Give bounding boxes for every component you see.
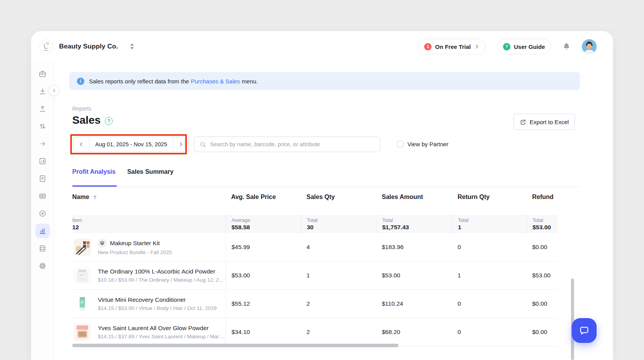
breadcrumb: Reports	[72, 106, 91, 112]
app-window: beauty Beauty Supply Co. 1 On Free Trial…	[31, 31, 613, 360]
product-thumbnail-makeup-kit	[74, 239, 91, 256]
sidebar-item-orders[interactable]	[35, 66, 50, 81]
chevron-left-icon	[78, 142, 84, 147]
product-subtitle: $14.15 / $53.00 / Virtue / Body / Hair /…	[98, 305, 217, 311]
info-banner: i Sales reports only reflect data from t…	[69, 72, 580, 90]
sales-qty-value: 1	[301, 272, 376, 279]
user-guide-label: User Guide	[514, 43, 545, 50]
product-name: The Ordinary 100% L-Ascorbic Acid Powder	[98, 268, 215, 275]
company-switcher-icon[interactable]	[130, 43, 134, 50]
sidebar-item-documents[interactable]	[35, 171, 50, 186]
top-bar-actions: 1 On Free Trial ? User Guide	[418, 39, 597, 54]
return-qty-value: 1	[452, 272, 527, 279]
sidebar-nav: 1	[31, 62, 54, 360]
avg-sale-price-value: $45.99	[226, 233, 301, 261]
return-qty-value: 0	[452, 244, 527, 251]
sidebar-item-add-new[interactable]	[35, 206, 50, 221]
plus-circle-icon	[38, 209, 47, 218]
table-row[interactable]: Yves Saint Laurent All Over Glow Powder …	[72, 318, 557, 346]
sales-qty-value: 2	[301, 329, 376, 336]
table-row[interactable]: The Ordinary 100% L-Ascorbic Acid Powder…	[72, 261, 557, 290]
summary-item-cell: Item 12	[72, 215, 226, 233]
sidebar-item-reports[interactable]	[35, 223, 50, 238]
notifications-bell-icon[interactable]	[562, 42, 571, 51]
sidebar-item-transfer[interactable]	[35, 119, 50, 133]
column-header-sales-amount[interactable]: Sales Amount	[376, 194, 452, 201]
user-avatar[interactable]	[582, 39, 597, 54]
main-content: i Sales reports only reflect data from t…	[54, 62, 613, 360]
svg-text:beauty: beauty	[44, 49, 49, 51]
free-trial-button[interactable]: 1 On Free Trial	[418, 39, 486, 54]
export-label: Export to Excel	[530, 119, 569, 125]
sidebar-item-stock-in[interactable]	[35, 84, 50, 99]
column-header-name[interactable]: Name	[72, 194, 226, 201]
column-header-sales-qty[interactable]: Sales Qty	[301, 194, 376, 201]
stacked-rows-icon	[38, 244, 47, 253]
table-header-row: Name Avg. Sale Price Sales Qty Sales Amo…	[72, 190, 557, 204]
product-subtitle: New Product Bundle - Fall 2025	[98, 249, 172, 255]
avg-sale-price-value: $53.00	[226, 261, 301, 289]
bar-chart-icon	[38, 227, 47, 235]
product-name: Yves Saint Laurent All Over Glow Powder	[98, 325, 209, 332]
summary-total-qty-cell: Total 30	[301, 215, 376, 233]
top-bar: beauty Beauty Supply Co. 1 On Free Trial…	[31, 31, 613, 62]
chat-launcher-button[interactable]	[572, 318, 597, 343]
svg-text:1: 1	[41, 159, 43, 163]
chevron-right-icon	[51, 88, 57, 93]
help-question-badge: ?	[503, 43, 510, 50]
search-icon	[200, 141, 206, 148]
chat-bubble-icon	[578, 325, 590, 336]
table-row[interactable]: Virtue Mini Recovery Conditioner $14.15 …	[72, 290, 557, 318]
horizontal-scrollbar[interactable]	[72, 344, 399, 347]
search-input[interactable]	[210, 141, 374, 147]
upload-icon	[38, 105, 47, 113]
product-thumbnail-jar	[74, 267, 91, 284]
date-next-button[interactable]	[173, 137, 189, 152]
column-header-avg-sale-price[interactable]: Avg. Sale Price	[226, 194, 301, 201]
table-row[interactable]: Makeup Starter Kit New Product Bundle - …	[72, 233, 557, 261]
page-title-row: Sales ?	[72, 114, 113, 126]
vertical-scrollbar[interactable]	[571, 279, 574, 360]
user-guide-button[interactable]: ? User Guide	[497, 39, 551, 54]
view-by-partner-checkbox[interactable]	[397, 141, 404, 147]
sidebar-item-settings[interactable]	[35, 258, 50, 273]
title-help-icon[interactable]: ?	[105, 117, 113, 125]
export-to-excel-button[interactable]: Export to Excel	[513, 114, 575, 130]
product-subtitle: $14.15 / $37.89 / Yves Saint Laurent / M…	[98, 334, 225, 339]
avg-sale-price-value: $34.10	[226, 318, 301, 346]
purchases-sales-link[interactable]: Purchases & Sales	[191, 78, 240, 85]
refund-value: $53.00	[527, 272, 557, 279]
date-range-value[interactable]: Aug 01, 2025 - Nov 15, 2025	[89, 137, 173, 152]
banner-text: Sales reports only reflect data from the	[89, 78, 189, 85]
column-header-refund[interactable]: Refund	[527, 194, 557, 201]
view-by-partner-label: View by Partner	[407, 141, 449, 147]
sidebar-item-stock-out[interactable]	[35, 101, 50, 116]
summary-average-cell: Average $58.58	[226, 215, 301, 233]
profit-analysis-table: Name Avg. Sale Price Sales Qty Sales Amo…	[72, 190, 557, 346]
column-header-return-qty[interactable]: Return Qty	[452, 194, 527, 201]
return-qty-value: 0	[452, 329, 527, 336]
transfer-arrows-icon	[38, 122, 47, 130]
brand-area: beauty Beauty Supply Co.	[39, 40, 134, 54]
download-icon	[38, 87, 47, 95]
sidebar-item-inventory[interactable]	[35, 241, 50, 256]
sidebar-expand-button[interactable]	[49, 85, 59, 96]
search-box	[194, 137, 380, 152]
avg-sale-price-value: $55.12	[226, 290, 301, 318]
product-name: Virtue Mini Recovery Conditioner	[98, 296, 186, 303]
sales-amount-value: $183.96	[376, 244, 452, 251]
tab-profit-analysis[interactable]: Profit Analysis	[72, 168, 115, 175]
date-range-picker: Aug 01, 2025 - Nov 15, 2025	[73, 137, 189, 152]
dashed-arrow-icon	[38, 140, 47, 148]
export-icon	[520, 119, 526, 125]
product-subtitle: $10.18 / $53.00 / The Ordinary / Makeup …	[98, 277, 223, 283]
date-prev-button[interactable]	[73, 137, 89, 152]
sales-amount-value: $68.20	[376, 329, 452, 336]
sidebar-item-barcode[interactable]	[35, 189, 50, 203]
sidebar-item-adjustment[interactable]: 1	[35, 154, 50, 168]
tab-sales-summary[interactable]: Sales Summary	[127, 168, 173, 175]
product-thumbnail-compact	[74, 324, 91, 341]
sidebar-item-dispatch[interactable]	[35, 136, 50, 151]
summary-total-amount-cell: Total $1,757.43	[376, 215, 452, 233]
view-by-partner-control: View by Partner	[397, 141, 449, 147]
